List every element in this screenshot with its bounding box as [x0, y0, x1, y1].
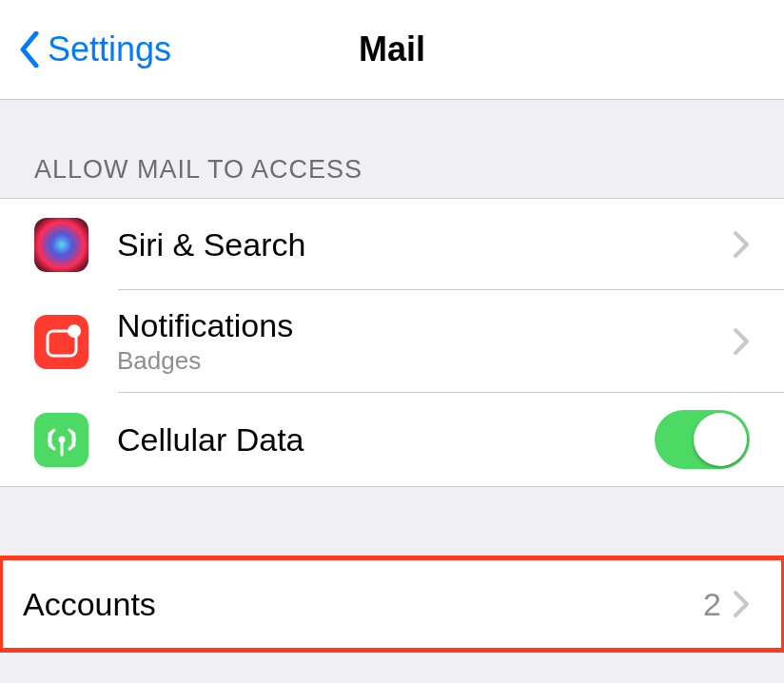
accounts-row[interactable]: Accounts 2: [0, 558, 784, 650]
chevron-right-icon: [733, 590, 750, 618]
section-header-allow-access: ALLOW MAIL TO ACCESS: [0, 100, 784, 198]
back-button[interactable]: Settings: [19, 29, 171, 69]
allow-access-list: Siri & Search Notifications Badges: [0, 198, 784, 487]
notifications-row[interactable]: Notifications Badges: [0, 290, 784, 393]
accounts-count: 2: [703, 586, 721, 623]
notifications-label: Notifications: [117, 307, 733, 344]
cellular-data-icon: [34, 413, 88, 467]
notifications-icon: [34, 315, 88, 369]
siri-search-row[interactable]: Siri & Search: [0, 199, 784, 290]
chevron-right-icon: [733, 327, 750, 356]
accounts-label: Accounts: [23, 586, 703, 623]
cellular-data-row: Cellular Data: [0, 393, 784, 486]
cellular-data-toggle[interactable]: [655, 410, 750, 469]
svg-point-1: [68, 324, 81, 338]
chevron-left-icon: [19, 31, 40, 68]
chevron-right-icon: [733, 230, 750, 259]
page-title: Mail: [359, 29, 425, 69]
notifications-sublabel: Badges: [117, 346, 733, 376]
cellular-data-label: Cellular Data: [117, 421, 655, 459]
siri-icon: [34, 218, 88, 272]
accounts-list: Accounts 2: [0, 557, 784, 651]
back-label: Settings: [48, 29, 171, 69]
siri-search-label: Siri & Search: [117, 226, 733, 263]
navigation-bar: Settings Mail: [0, 0, 784, 100]
